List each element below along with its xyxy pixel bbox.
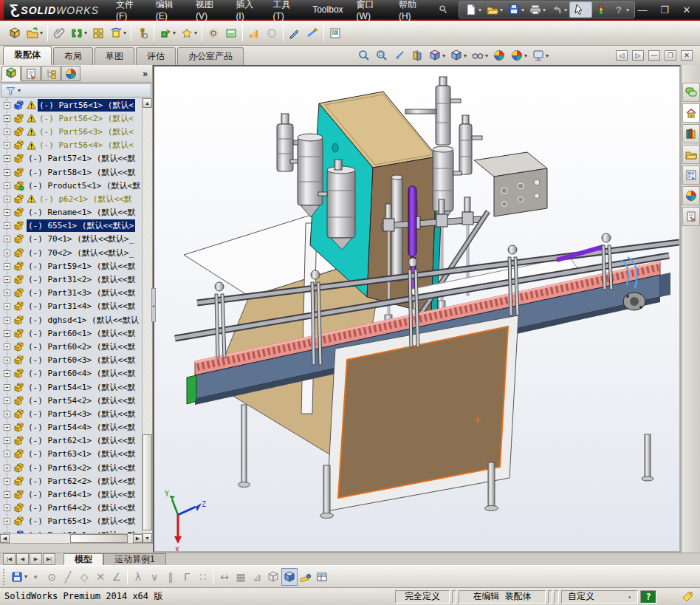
assembly-features-button[interactable] [205,24,222,42]
tree-item[interactable]: +(-) Part54<1> (默认<<默 [0,380,143,394]
tree-item[interactable]: +(-) Part60<3> (默认<<默 [0,354,143,367]
expand-plus-icon[interactable]: + [4,343,10,350]
view-settings-button[interactable]: ▾ [530,48,550,63]
doc-close-button[interactable]: ✕ [681,50,693,61]
rotate-component-button[interactable]: ▾ [107,24,128,42]
print-document-button[interactable]: ▾ [526,2,548,17]
smart-fasteners-button[interactable] [134,24,151,42]
tree-item[interactable]: +(-) Part54<2> (默认<<默 [0,394,143,407]
section-view-button[interactable] [409,48,425,63]
tree-item[interactable]: +(-) Part56<1> (默认< [0,98,143,112]
polygon-button[interactable]: ◇ [76,568,92,586]
panel-tab-feature-manager[interactable] [1,66,21,81]
bottom-tab-模型[interactable]: 模型 [64,553,103,565]
open-document-button[interactable]: ▾ [484,2,505,17]
expand-plus-icon[interactable]: + [4,437,10,444]
menu-编辑(E)[interactable]: 编辑(E) [149,0,189,20]
dropdown-caret-icon[interactable]: ▾ [442,52,445,59]
tree-item[interactable]: +(-) Part56<3> (默认< [0,125,143,138]
panel-tab-display-manager[interactable] [61,66,80,81]
design-table-button[interactable] [314,568,330,586]
insert-components-button[interactable] [6,24,24,42]
tree-item[interactable]: +(-) Part58<1> (默认<<默 [0,165,143,179]
tree-item[interactable]: +(-) Part54<4> (默认<<默 [0,421,143,434]
status-custom-dropdown[interactable]: 自定义▴ [561,590,638,604]
expand-plus-icon[interactable]: + [4,236,10,242]
exploded-view-button[interactable] [303,24,321,42]
dropdown-caret-icon[interactable]: ▾ [564,7,567,13]
sheet-nav-last-button[interactable]: ▶| [43,553,55,565]
expand-plus-icon[interactable]: + [4,518,10,524]
tree-item[interactable]: +(-) Part31<2> (默认<<默 [0,273,143,286]
panel-tab-property-manager[interactable] [21,66,41,81]
tree-item[interactable]: +(-) Part54<3> (默认<<默 [0,407,143,420]
expand-plus-icon[interactable]: + [4,451,10,457]
menu-帮助(H)[interactable]: 帮助(H) [392,0,433,20]
previous-view-button[interactable] [391,48,408,63]
flip-button[interactable]: ∨ [146,568,162,586]
tree-item[interactable]: +(-) Part64<1> (默认<<默 [0,488,143,501]
dropdown-caret-icon[interactable]: ▾ [84,30,87,36]
scroll-down-button[interactable]: ▼ [143,533,152,543]
point-button[interactable]: • [27,568,44,586]
dropdown-caret-icon[interactable]: ▾ [524,52,527,59]
zoom-area-button[interactable] [374,48,390,63]
toolbar-grip[interactable] [3,569,7,585]
component-pattern-button[interactable] [89,24,107,42]
expand-plus-icon[interactable]: + [4,115,10,122]
graphics-area[interactable]: Y Z X ◂ [153,65,681,553]
dropdown-caret-icon[interactable]: ▾ [546,52,549,59]
select-cursor-button[interactable]: ▾ [569,1,592,18]
expand-plus-icon[interactable]: + [4,276,10,283]
expand-plus-icon[interactable]: + [4,196,10,202]
doc-restore-button[interactable]: ❐ [665,50,676,61]
expand-plus-icon[interactable]: + [4,129,10,135]
expand-plus-icon[interactable]: + [4,424,10,431]
tree-item[interactable]: +(-) Part31<4> (默认<<默 [0,300,143,313]
collapse-left-button[interactable]: ◁ [616,50,628,61]
show-hidden-components-button[interactable]: ▾ [178,24,199,42]
tree-item[interactable]: +(-) Part60<4> (默认<<默 [0,367,143,380]
restore-button[interactable]: ❐ [657,4,672,16]
tree-item[interactable]: +(-) p62<1> (默认<<默 [0,192,143,205]
line-button[interactable]: ╱ [60,568,76,586]
expand-plus-icon[interactable]: + [4,357,10,363]
taskpane-design-library-button[interactable] [682,124,700,143]
attachments-button[interactable] [50,24,68,42]
dropdown-caret-icon[interactable]: ▾ [543,7,546,13]
expand-plus-icon[interactable]: + [4,102,10,109]
explode-line-sketch-button[interactable] [286,24,303,42]
expand-plus-icon[interactable]: + [4,478,10,485]
save-button[interactable]: ▾ [10,568,27,586]
expand-plus-icon[interactable]: + [4,222,10,229]
sheet-nav-previous-button[interactable]: ◀ [16,553,29,565]
expand-plus-icon[interactable]: + [4,263,10,270]
menu-工具(T)[interactable]: 工具(T) [266,0,306,20]
dropdown-caret-icon[interactable]: ▾ [123,30,126,36]
panel-expand-button[interactable]: » [143,69,148,79]
new-document-button[interactable]: ▾ [462,2,484,17]
sheet-nav-next-button[interactable]: ▶ [30,553,42,565]
scroll-right-button[interactable]: ▶ [133,534,143,543]
points-button[interactable]: ∷ [195,568,211,586]
tree-item[interactable]: +(-) Part59<1> (默认<<默 [0,259,143,273]
display-style-button[interactable]: ▾ [448,48,468,63]
scroll-up-button[interactable]: ▲ [143,98,152,108]
tree-item[interactable]: +(-) Part65<1> (默认<<默 [0,515,143,528]
grid-button[interactable]: ▦ [233,568,249,586]
dimension-button[interactable]: ↔ [216,568,233,586]
expand-plus-icon[interactable]: + [4,370,10,377]
reference-geometry-button[interactable] [222,24,240,42]
apply-scene-button[interactable]: ▾ [509,48,529,63]
machine-model[interactable]: Y Z X [154,66,679,551]
tab-办公室产品[interactable]: 办公室产品 [177,47,244,65]
expand-plus-icon[interactable]: + [4,209,10,216]
tab-布局[interactable]: 布局 [53,47,93,65]
help-question-button[interactable]: ?▾ [610,2,631,17]
status-help-button[interactable]: ? [640,590,656,604]
tree-item[interactable]: +(-) Part63<1> (默认<<默 [0,448,143,461]
expand-plus-icon[interactable]: + [4,182,10,189]
tree-item[interactable]: +(-) Part62<1> (默认<<默 [0,434,143,448]
zoom-fit-button[interactable] [356,48,372,63]
dropdown-caret-icon[interactable]: ▾ [626,7,629,13]
